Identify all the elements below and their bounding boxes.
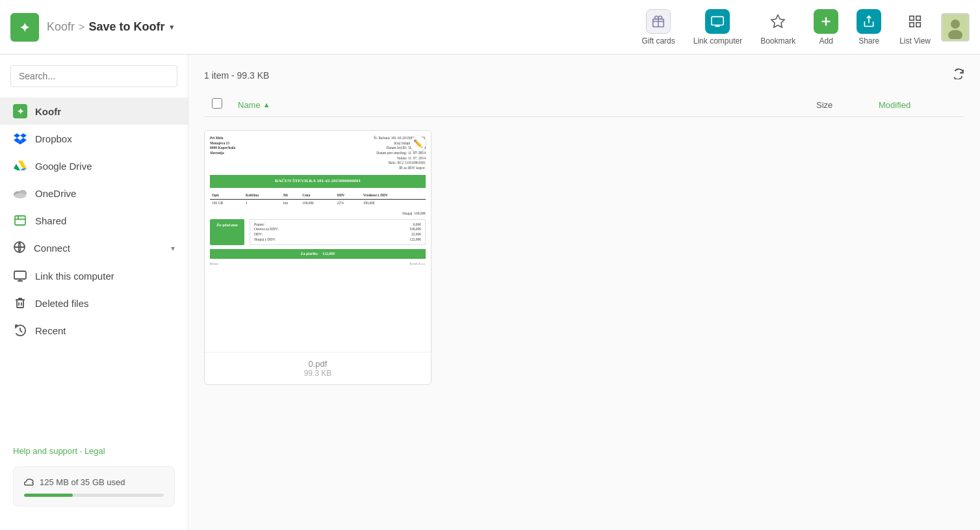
size-column-header: Size xyxy=(816,100,868,110)
gift-cards-button[interactable]: Gift cards xyxy=(634,4,682,51)
file-grid: Pri MelaMenajeva 136000 Koper/kulaSloven… xyxy=(204,125,964,390)
connect-left: Connect xyxy=(13,241,70,256)
svg-rect-8 xyxy=(916,22,920,26)
list-view-icon xyxy=(903,9,927,34)
svg-rect-23 xyxy=(17,300,23,308)
invoice-summary: Popust:0,00€ Osnova za DDV:100,00€ DDV:2… xyxy=(250,219,426,246)
file-size: 99.3 KB xyxy=(213,369,423,378)
invoice-table: OpisKoličinaMtCenaDDVVrednost z DDV 100 … xyxy=(210,192,426,207)
dropbox-icon xyxy=(13,131,27,146)
sidebar-item-google-drive[interactable]: Google Drive xyxy=(0,152,188,179)
sidebar-onedrive-label: OneDrive xyxy=(35,188,76,199)
app-header: ✦ Koofr > Save to Koofr ▾ Gift cards xyxy=(0,0,980,55)
svg-marker-14 xyxy=(18,161,27,168)
invoice-total: Za plačilo: 122,00€ xyxy=(210,249,426,258)
gift-cards-label: Gift cards xyxy=(641,36,675,46)
svg-text:✦: ✦ xyxy=(17,107,24,116)
sidebar: ✦ Koofr Dropbox Google Drive xyxy=(0,55,188,530)
sidebar-item-onedrive[interactable]: OneDrive xyxy=(0,179,188,207)
add-icon xyxy=(814,9,838,34)
link-computer-label: Link computer xyxy=(693,36,742,46)
bookmark-button[interactable]: Bookmark xyxy=(753,4,803,51)
link-computer-button[interactable]: Link computer xyxy=(686,4,750,51)
connect-icon xyxy=(13,241,26,256)
sidebar-shared-label: Shared xyxy=(35,215,66,226)
sidebar-deleted-label: Deleted files xyxy=(35,298,89,309)
help-support-link[interactable]: Help and support xyxy=(13,446,77,456)
search-input[interactable] xyxy=(10,65,177,87)
svg-rect-7 xyxy=(910,22,914,26)
sidebar-recent-label: Recent xyxy=(35,325,66,336)
breadcrumb-dropdown-arrow[interactable]: ▾ xyxy=(170,22,174,32)
select-all-checkbox[interactable] xyxy=(212,98,227,111)
connect-chevron-icon: ▾ xyxy=(171,244,175,253)
edit-file-button[interactable]: ✏️ xyxy=(410,136,426,152)
items-count: 1 item - 99.3 KB xyxy=(204,70,269,81)
gift-icon xyxy=(646,9,671,34)
invoice-content: Pri MelaMenajeva 136000 Koper/kulaSloven… xyxy=(205,131,431,352)
modified-column-header[interactable]: Modified xyxy=(879,100,957,110)
share-label: Share xyxy=(858,36,879,46)
breadcrumb-separator: > xyxy=(79,21,84,33)
sidebar-link-computer-label: Link this computer xyxy=(35,271,114,282)
file-list-header: Name ▲ Size Modified xyxy=(204,93,964,117)
legal-link[interactable]: Legal xyxy=(84,446,105,456)
svg-text:✦: ✦ xyxy=(19,20,31,36)
svg-rect-6 xyxy=(916,16,920,20)
connect-label: Connect xyxy=(34,243,70,254)
koofr-nav-icon: ✦ xyxy=(13,104,27,118)
sidebar-koofr-label: Koofr xyxy=(35,106,61,117)
share-button[interactable]: Share xyxy=(849,4,889,51)
storage-text: 125 MB of 35 GB used xyxy=(40,477,125,487)
storage-bar xyxy=(24,494,164,497)
koofr-logo[interactable]: ✦ xyxy=(10,13,39,42)
storage-label: 125 MB of 35 GB used xyxy=(24,476,164,488)
file-preview: Pri MelaMenajeva 136000 Koper/kulaSloven… xyxy=(205,131,431,352)
file-info: 0.pdf 99.3 KB xyxy=(205,352,431,384)
user-avatar[interactable] xyxy=(941,13,970,42)
invoice-title: RAČUN ŠTEVILKA 181-42-2015000000001 xyxy=(210,175,426,188)
svg-rect-3 xyxy=(712,16,723,25)
list-view-button[interactable]: List View xyxy=(892,4,938,51)
storage-widget: 125 MB of 35 GB used xyxy=(13,466,175,507)
refresh-button[interactable] xyxy=(953,68,964,83)
sidebar-item-deleted[interactable]: Deleted files xyxy=(0,289,188,317)
google-drive-icon xyxy=(13,159,27,173)
recent-icon xyxy=(13,323,27,338)
storage-bar-fill xyxy=(24,494,73,497)
link-computer-icon xyxy=(13,269,27,283)
breadcrumb: Koofr > Save to Koofr ▾ xyxy=(47,20,174,34)
content-header: 1 item - 99.3 KB xyxy=(204,68,964,83)
sidebar-item-link-computer[interactable]: Link this computer xyxy=(0,262,188,289)
main-layout: ✦ Koofr Dropbox Google Drive xyxy=(0,55,980,530)
sidebar-item-recent[interactable]: Recent xyxy=(0,317,188,344)
onedrive-icon xyxy=(13,186,27,200)
content-area: 1 item - 99.3 KB Name ▲ Size Modified xyxy=(188,55,980,530)
footer-links: Help and support · Legal xyxy=(13,446,175,456)
invoice-footer: Račun Koofr d.o.o. xyxy=(210,261,426,266)
svg-rect-5 xyxy=(910,16,914,20)
svg-point-19 xyxy=(14,193,26,198)
add-label: Add xyxy=(819,36,833,46)
paid-label: Že plačano xyxy=(210,219,244,246)
svg-rect-22 xyxy=(14,271,26,279)
header-actions: Gift cards Link computer Bookmark xyxy=(634,4,970,51)
sidebar-item-shared[interactable]: Shared xyxy=(0,207,188,234)
footer-separator: · xyxy=(80,446,83,456)
breadcrumb-current: Save to Koofr xyxy=(88,20,164,34)
deleted-icon xyxy=(13,296,27,310)
svg-rect-20 xyxy=(15,216,25,225)
file-card[interactable]: Pri MelaMenajeva 136000 Koper/kulaSloven… xyxy=(204,130,432,385)
sidebar-item-dropbox[interactable]: Dropbox xyxy=(0,125,188,152)
sidebar-item-koofr[interactable]: ✦ Koofr xyxy=(0,98,188,125)
sidebar-googledrive-label: Google Drive xyxy=(35,161,92,172)
avatar-image xyxy=(942,14,969,41)
breadcrumb-root[interactable]: Koofr xyxy=(47,20,75,34)
sidebar-item-connect[interactable]: Connect ▾ xyxy=(0,234,188,262)
bookmark-label: Bookmark xyxy=(760,36,795,46)
name-column-header[interactable]: Name ▲ xyxy=(238,100,806,110)
svg-point-10 xyxy=(951,20,960,29)
svg-marker-15 xyxy=(14,164,20,170)
add-button[interactable]: Add xyxy=(806,4,846,51)
shared-icon xyxy=(13,213,27,228)
